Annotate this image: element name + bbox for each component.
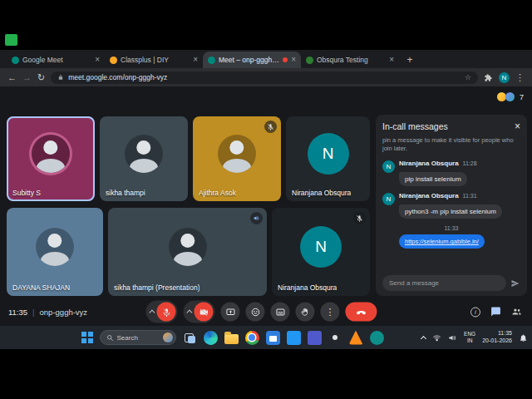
avatar: N bbox=[382, 193, 395, 205]
tab-label: Meet – onp-gggh-vyz bbox=[219, 56, 279, 64]
video-tile-dayana-shajan[interactable]: DAYANA SHAJAN bbox=[7, 208, 103, 296]
url-bar[interactable]: meet.google.com/onp-gggh-vyz ☆ bbox=[51, 71, 478, 84]
system-tray: ENG IN 11:35 20-01-2026 bbox=[421, 326, 528, 349]
browser-tab-strip: Google Meet × Classplus | DIY × Meet – o… bbox=[0, 50, 532, 68]
participants-indicator[interactable]: 7 bbox=[497, 92, 524, 101]
tab-google-meet[interactable]: Google Meet × bbox=[7, 52, 105, 68]
tab-obsqura-testing[interactable]: Obsqura Testing × bbox=[301, 52, 399, 68]
tray-expand-chevron-icon[interactable] bbox=[421, 335, 426, 341]
chat-message-group: N Niranjana Obsqura 11:31 python3 -m pip… bbox=[382, 192, 520, 219]
browser-address-bar: ← → ↻ meet.google.com/onp-gggh-vyz ☆ N ⋮ bbox=[0, 68, 532, 86]
mic-toggle-button[interactable] bbox=[156, 303, 175, 322]
taskbar-app-vlc[interactable] bbox=[349, 331, 363, 345]
people-icon[interactable] bbox=[511, 307, 522, 318]
message-time: 11:31 bbox=[463, 193, 477, 199]
taskbar-app-vscode[interactable] bbox=[287, 331, 301, 345]
mic-control-group bbox=[145, 301, 177, 323]
start-button[interactable] bbox=[81, 332, 93, 343]
participant-name: Niranjana Obsqura bbox=[278, 283, 337, 292]
screen: Google Meet × Classplus | DIY × Meet – o… bbox=[0, 0, 532, 399]
avatar bbox=[125, 135, 163, 173]
tab-close-icon[interactable]: × bbox=[291, 56, 296, 64]
video-tile-sikha-thampi[interactable]: sikha thampi bbox=[100, 116, 188, 201]
end-call-button[interactable] bbox=[345, 303, 377, 322]
green-marker bbox=[5, 34, 17, 46]
taskbar-app-chrome[interactable] bbox=[245, 331, 259, 345]
chat-link[interactable]: https://selenium.qabible.in/ bbox=[399, 234, 485, 249]
tab-close-icon[interactable]: × bbox=[389, 56, 394, 64]
chat-icon[interactable] bbox=[490, 307, 501, 318]
lock-icon bbox=[57, 74, 64, 81]
extensions-icon[interactable] bbox=[484, 73, 493, 82]
letter-avatar: N bbox=[308, 133, 349, 175]
tray-date: 20-01-2026 bbox=[482, 337, 512, 345]
participant-avatar bbox=[505, 92, 515, 101]
taskbar-app-obs[interactable] bbox=[328, 331, 342, 345]
tab-close-icon[interactable]: × bbox=[193, 56, 198, 64]
pinned-note: pin a message to make it visible for peo… bbox=[382, 136, 520, 153]
wifi-icon[interactable] bbox=[432, 333, 441, 342]
taskbar-clock[interactable]: 11:35 20-01-2026 bbox=[482, 330, 512, 345]
meeting-code: onp-gggh-vyz bbox=[40, 308, 88, 317]
tab-close-icon[interactable]: × bbox=[95, 56, 100, 64]
video-tile-subitty-s[interactable]: Subitty S bbox=[7, 116, 95, 201]
chat-input[interactable] bbox=[389, 279, 500, 287]
send-icon[interactable] bbox=[510, 278, 520, 288]
close-panel-icon[interactable]: × bbox=[515, 121, 520, 131]
taskbar-app-task-view[interactable] bbox=[183, 331, 197, 345]
tab-favicon bbox=[208, 57, 215, 64]
time-divider: 11:33 bbox=[382, 225, 520, 231]
tab-classplus[interactable]: Classplus | DIY × bbox=[105, 52, 203, 68]
tab-favicon bbox=[306, 57, 313, 64]
forward-icon[interactable]: → bbox=[22, 73, 32, 82]
browser-profile-avatar[interactable]: N bbox=[499, 72, 510, 83]
participant-name: DAYANA SHAJAN bbox=[12, 283, 70, 292]
taskbar-app-store[interactable] bbox=[266, 331, 280, 345]
camera-active-indicator bbox=[283, 57, 288, 62]
participant-name: sikha thampi (Presentation) bbox=[114, 283, 200, 292]
camera-control-group bbox=[183, 301, 214, 323]
message-sender: Niranjana Obsqura bbox=[399, 192, 459, 200]
captions-button[interactable] bbox=[270, 303, 289, 322]
taskbar-app-teams[interactable] bbox=[308, 331, 322, 345]
meet-control-bar: 11:35 | onp-gggh-vyz ⋮ bbox=[0, 298, 532, 326]
taskbar-app-edge[interactable] bbox=[204, 331, 218, 345]
tab-meet-active[interactable]: Meet – onp-gggh-vyz × bbox=[203, 52, 301, 68]
participant-name: Subitty S bbox=[12, 189, 41, 197]
taskbar-search[interactable] bbox=[100, 330, 176, 345]
tab-label: Obsqura Testing bbox=[317, 56, 386, 64]
info-icon[interactable]: i bbox=[470, 307, 480, 317]
volume-icon[interactable] bbox=[448, 333, 457, 342]
taskbar-app-file-explorer[interactable] bbox=[224, 334, 239, 344]
back-icon[interactable]: ← bbox=[7, 73, 17, 82]
taskbar-app-misc[interactable] bbox=[370, 331, 384, 345]
reload-icon[interactable]: ↻ bbox=[37, 73, 45, 82]
video-tile-niranjana-obsqura[interactable]: N Niranjana Obsqura bbox=[286, 116, 370, 201]
mic-options-chevron[interactable] bbox=[150, 309, 154, 315]
bookmark-star-icon[interactable]: ☆ bbox=[465, 73, 471, 81]
video-tile-sikha-thampi-presentation[interactable]: sikha thampi (Presentation) bbox=[108, 208, 267, 296]
meeting-clock: 11:35 bbox=[8, 308, 27, 317]
new-tab-button[interactable]: + bbox=[403, 53, 416, 66]
reactions-button[interactable] bbox=[245, 303, 264, 322]
more-options-button[interactable]: ⋮ bbox=[320, 303, 339, 322]
raise-hand-button[interactable] bbox=[295, 303, 314, 322]
camera-toggle-button[interactable] bbox=[194, 303, 213, 322]
letterbox-bottom bbox=[0, 349, 532, 399]
language-indicator[interactable]: ENG IN bbox=[464, 331, 475, 344]
browser-menu-kebab-icon[interactable]: ⋮ bbox=[515, 73, 525, 82]
camera-options-chevron[interactable] bbox=[187, 309, 191, 315]
notifications-bell-icon[interactable] bbox=[519, 333, 528, 342]
avatar: N bbox=[382, 160, 395, 173]
video-tile-niranjana-obsqura-2[interactable]: N Niranjana Obsqura bbox=[272, 208, 370, 296]
search-highlight-image bbox=[163, 332, 173, 342]
avatar bbox=[169, 228, 207, 266]
language-line1: ENG bbox=[464, 331, 475, 337]
video-tile-ajithra-asok[interactable]: Ajithra Asok bbox=[193, 116, 281, 201]
search-input[interactable] bbox=[117, 334, 160, 342]
mic-muted-icon bbox=[353, 212, 366, 224]
participant-name: Niranjana Obsqura bbox=[292, 189, 351, 197]
present-screen-button[interactable] bbox=[220, 303, 239, 322]
avatar bbox=[32, 135, 70, 173]
participant-name: sikha thampi bbox=[106, 189, 145, 197]
